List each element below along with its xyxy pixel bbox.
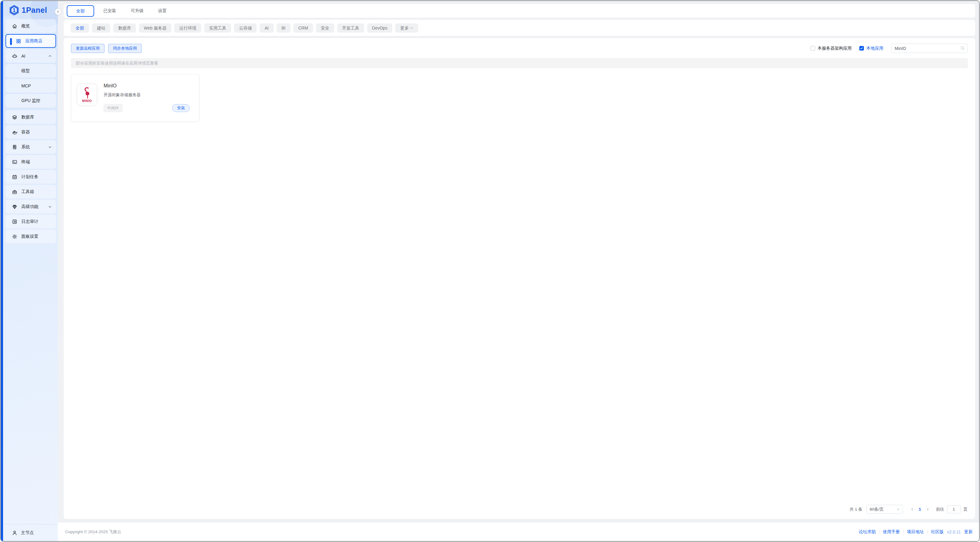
sidebar-item-label: 容器 bbox=[21, 129, 53, 135]
chevron-up-icon bbox=[48, 54, 52, 58]
sidebar-item-label: 模型 bbox=[21, 68, 53, 74]
sidebar-item-containers[interactable]: 容器 bbox=[5, 125, 56, 139]
sidebar-item-models[interactable]: 模型 bbox=[5, 64, 56, 78]
sidebar-item-label: 终端 bbox=[21, 159, 53, 165]
sidebar-item-label: 面板设置 bbox=[21, 234, 53, 239]
sidebar-item-advanced-features[interactable]: 高级功能 bbox=[5, 200, 56, 214]
category-runtime[interactable]: 运行环境 bbox=[174, 24, 201, 33]
sidebar-item-app-store[interactable]: 应用商店 bbox=[5, 34, 56, 48]
sidebar-item-cron-jobs[interactable]: 计划任务 bbox=[5, 170, 56, 184]
app-card-minio[interactable]: MINIO MinIO 开源对象存储服务器 中间件 安装 bbox=[71, 74, 199, 122]
sidebar: 1 1Panel 概览 应用商店 bbox=[1, 1, 58, 271]
layers-icon bbox=[12, 114, 18, 120]
sidebar-item-panel-settings[interactable]: 面板设置 bbox=[5, 230, 56, 243]
robot-icon bbox=[12, 53, 18, 59]
app-tag-badge: 中间件 bbox=[103, 104, 123, 112]
app-card-body: MinIO 开源对象存储服务器 中间件 安装 bbox=[103, 82, 190, 122]
chevron-down-icon bbox=[48, 145, 52, 149]
sidebar-item-label: MCP bbox=[21, 84, 53, 88]
app-store-tabs: 全部 已安装 可升级 设置 bbox=[64, 4, 490, 17]
sync-local-apps-button[interactable]: 同步本地应用 bbox=[108, 44, 142, 53]
main-area: 全部 已安装 可升级 设置 全部 建站 数据库 Web 服务器 运行环境 实用工… bbox=[58, 1, 490, 271]
sidebar-item-label: 概览 bbox=[21, 24, 53, 29]
sidebar-item-label: 系统 bbox=[21, 144, 44, 150]
sidebar-item-label: GPU 监控 bbox=[21, 98, 53, 103]
logo[interactable]: 1 1Panel bbox=[3, 1, 58, 19]
category-bi[interactable]: BI bbox=[277, 24, 290, 33]
app-name: MinIO bbox=[103, 83, 190, 89]
app-card-footer: 中间件 安装 bbox=[103, 104, 190, 112]
sidebar-item-ai[interactable]: AI bbox=[5, 49, 56, 63]
1panel-hexagon-logo-icon: 1 bbox=[9, 5, 19, 16]
category-ai[interactable]: AI bbox=[259, 24, 273, 33]
sidebar-item-label: 工具箱 bbox=[21, 189, 53, 195]
sidebar-item-label: 日志审计 bbox=[21, 219, 53, 224]
tab-installed[interactable]: 已安装 bbox=[96, 8, 123, 14]
svg-text:1: 1 bbox=[13, 7, 16, 13]
sidebar-item-label: 应用商店 bbox=[25, 38, 52, 44]
category-all[interactable]: 全部 bbox=[71, 24, 89, 33]
server-icon bbox=[12, 144, 18, 150]
minio-flamingo-icon bbox=[82, 87, 92, 99]
log-list-icon bbox=[12, 219, 18, 224]
category-web-server[interactable]: Web 服务器 bbox=[139, 24, 171, 33]
sidebar-item-database[interactable]: 数据库 bbox=[5, 110, 56, 124]
app-list-panel: 更新远程应用 同步本地应用 本服务器架构应用 本地应用 bbox=[64, 38, 490, 271]
sidebar-menu: 概览 应用商店 AI 模型 bbox=[3, 19, 58, 243]
active-indicator-bar bbox=[10, 38, 12, 45]
install-button[interactable]: 安装 bbox=[172, 104, 190, 112]
category-filter-bar: 全部 建站 数据库 Web 服务器 运行环境 实用工具 云存储 AI BI CR… bbox=[64, 20, 490, 36]
terminal-icon bbox=[12, 159, 18, 165]
sidebar-item-label: 计划任务 bbox=[21, 174, 53, 180]
sidebar-item-overview[interactable]: 概览 bbox=[5, 19, 56, 33]
chevron-left-icon bbox=[56, 10, 60, 13]
gear-icon bbox=[12, 234, 18, 239]
chevron-down-icon bbox=[48, 205, 52, 209]
update-remote-apps-button[interactable]: 更新远程应用 bbox=[71, 44, 105, 53]
app-grid-icon bbox=[16, 38, 21, 44]
sidebar-item-mcp[interactable]: MCP bbox=[5, 79, 56, 93]
category-more[interactable]: 更多 bbox=[395, 24, 418, 33]
sidebar-item-terminal[interactable]: 终端 bbox=[5, 155, 56, 169]
tab-all[interactable]: 全部 bbox=[67, 5, 94, 17]
tab-settings[interactable]: 设置 bbox=[151, 8, 174, 14]
toolbox-icon bbox=[12, 189, 18, 195]
category-dev-tools[interactable]: 开发工具 bbox=[337, 24, 364, 33]
sidebar-item-label: 高级功能 bbox=[21, 204, 44, 209]
sidebar-item-log-audit[interactable]: 日志审计 bbox=[5, 215, 56, 228]
category-website[interactable]: 建站 bbox=[92, 24, 110, 33]
category-more-label: 更多 bbox=[400, 24, 409, 33]
sidebar-item-toolbox[interactable]: 工具箱 bbox=[5, 185, 56, 198]
sidebar-item-system[interactable]: 系统 bbox=[5, 140, 56, 154]
diamond-icon bbox=[12, 204, 18, 209]
category-devops[interactable]: DevOps bbox=[367, 24, 393, 33]
sidebar-item-label: AI bbox=[21, 54, 44, 59]
chevron-down-icon bbox=[410, 26, 413, 30]
category-cloud-storage[interactable]: 云存储 bbox=[234, 24, 256, 33]
logo-wordmark: 1Panel bbox=[22, 6, 47, 14]
info-banner-text: 部分应用的安装使用说明请在应用详情页查看 bbox=[76, 60, 158, 66]
sidebar-collapse-button[interactable] bbox=[55, 8, 61, 15]
app-window: 1 1Panel 概览 应用商店 bbox=[0, 0, 490, 271]
category-crm[interactable]: CRM bbox=[293, 24, 313, 33]
minio-wordmark: MINIO bbox=[82, 99, 92, 103]
sidebar-item-label: 数据库 bbox=[21, 114, 53, 120]
category-security[interactable]: 安全 bbox=[316, 24, 334, 33]
home-icon bbox=[12, 24, 18, 29]
tab-upgradable[interactable]: 可升级 bbox=[123, 8, 151, 14]
docker-whale-icon bbox=[12, 129, 18, 135]
sidebar-item-gpu-monitor[interactable]: GPU 监控 bbox=[5, 94, 56, 108]
app-description: 开源对象存储服务器 bbox=[103, 92, 190, 98]
category-database[interactable]: 数据库 bbox=[113, 24, 136, 33]
calendar-icon bbox=[12, 174, 18, 180]
category-tools[interactable]: 实用工具 bbox=[204, 24, 231, 33]
info-banner: 部分应用的安装使用说明请在应用详情页查看 bbox=[71, 58, 490, 68]
toolbar: 更新远程应用 同步本地应用 本服务器架构应用 本地应用 bbox=[71, 44, 490, 53]
minio-logo: MINIO bbox=[77, 84, 97, 105]
